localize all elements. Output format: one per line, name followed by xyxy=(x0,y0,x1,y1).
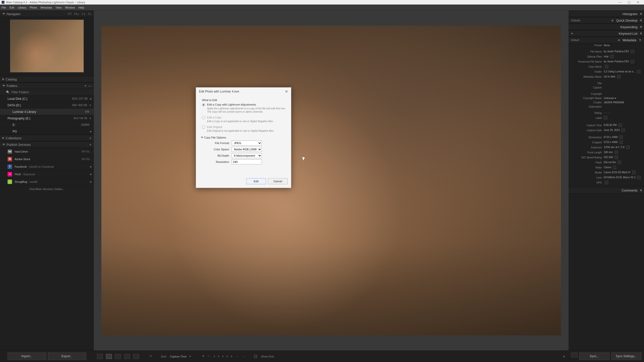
window-minimize-button[interactable]: — xyxy=(615,1,624,4)
grid-view-button[interactable] xyxy=(97,354,103,359)
metadata-value[interactable]: xmp xyxy=(604,55,641,58)
metadata-value[interactable] xyxy=(604,181,641,184)
action-icon[interactable] xyxy=(618,161,621,164)
menu-view[interactable]: View xyxy=(56,6,62,9)
bit-depth-select[interactable]: 8 bits/component xyxy=(232,153,262,158)
flag-picked-icon[interactable]: ⚑ xyxy=(202,355,205,358)
metadata-value[interactable]: ISO 500 xyxy=(604,156,641,159)
metadata-value[interactable]: by Javier Pardina.CR2 xyxy=(604,50,641,53)
metadata-value[interactable]: JAVIER PARDINA xyxy=(604,101,641,104)
menu-edit[interactable]: Edit xyxy=(10,6,14,9)
action-icon[interactable] xyxy=(615,156,618,159)
folder-row[interactable]: DATA (D:) 640 / 932 GB ▼ xyxy=(0,102,94,109)
action-icon[interactable] xyxy=(605,181,608,184)
metadata-value[interactable] xyxy=(604,65,641,68)
folders-header[interactable]: Folders + — xyxy=(0,82,94,89)
metadata-value[interactable]: Canon EOS 5D Mark IV xyxy=(604,171,641,174)
metadata-value[interactable]: June 26, 2019 xyxy=(604,128,641,132)
people-view-button[interactable] xyxy=(133,354,139,359)
action-icon[interactable] xyxy=(626,146,630,149)
resolution-input[interactable] xyxy=(232,159,262,164)
color-label-swatch[interactable] xyxy=(604,116,607,119)
folder-row[interactable]: Photography (E:) 34.9 / 64 TB ▼ xyxy=(0,115,94,122)
folder-row[interactable]: Luminar 4 Library 596 xyxy=(0,109,94,115)
setup-link[interactable]: Set Up... xyxy=(82,158,91,160)
radio-edit-original[interactable]: Edit Original xyxy=(202,125,286,129)
action-icon[interactable] xyxy=(631,50,634,53)
metadata-value[interactable]: Canon xyxy=(604,166,641,169)
folders-menu-button[interactable]: — xyxy=(88,84,91,88)
sort-value[interactable]: Capture Time xyxy=(170,355,186,358)
copy-file-options-toggle[interactable]: Copy File Options xyxy=(201,136,286,139)
folder-row[interactable]: Local Disk (C:) 63.8 / 237 GB ◀ xyxy=(0,96,94,102)
metadata-value[interactable]: Up to date xyxy=(604,75,641,78)
sync-button[interactable]: Sync... xyxy=(579,352,610,360)
action-icon[interactable] xyxy=(613,166,616,169)
publish-service-row[interactable]: St Adobe Stock Set Up... xyxy=(0,155,94,163)
survey-view-button[interactable] xyxy=(124,354,130,359)
action-icon[interactable] xyxy=(632,171,636,174)
sync-toggle[interactable] xyxy=(571,352,578,357)
folder-row[interactable]: E: 150589 xyxy=(0,122,94,128)
window-close-button[interactable]: ✕ xyxy=(633,1,642,4)
publish-service-row[interactable]: ⌣ SmugMug : vanelli ◀ xyxy=(0,178,94,186)
rating-value[interactable]: · · · · · xyxy=(604,112,641,114)
sync-settings-button[interactable]: Sync Settings... xyxy=(611,352,641,360)
metadata-value[interactable]: 6:00:30 PM xyxy=(604,123,641,127)
color-space-select[interactable]: Adobe RGB (1998) xyxy=(232,147,262,152)
metadata-value[interactable]: 5.2 Using Luminar as an e... xyxy=(604,70,641,73)
collections-header[interactable]: Collections + xyxy=(0,135,94,141)
publish-header[interactable]: Publish Services + xyxy=(0,141,94,148)
chevron-down-icon[interactable]: ▾ xyxy=(189,355,191,358)
metadata-value[interactable]: EF100mm f/2.8L Macro IS U xyxy=(604,176,641,179)
action-icon[interactable] xyxy=(619,135,623,139)
file-format-select[interactable]: JPEG xyxy=(232,141,262,146)
menu-photo[interactable]: Photo xyxy=(30,6,37,9)
navigator-thumbnail[interactable] xyxy=(10,20,84,72)
action-icon[interactable] xyxy=(637,176,641,179)
window-maximize-button[interactable]: ▢ xyxy=(624,1,633,4)
add-collection-button[interactable]: + xyxy=(89,136,91,140)
cancel-button[interactable]: Cancel xyxy=(268,178,288,184)
action-icon[interactable] xyxy=(631,60,634,63)
close-icon[interactable]: ✕ xyxy=(285,89,288,94)
publish-service-row[interactable]: •• Flickr : Exposure ◀ xyxy=(0,170,94,178)
edit-button[interactable]: Edit xyxy=(246,178,266,184)
navigator-3-1[interactable]: 3:1 xyxy=(88,13,91,15)
action-icon[interactable] xyxy=(617,75,621,78)
add-publish-button[interactable]: + xyxy=(89,143,91,147)
metadata-value[interactable]: Unknown ▾ xyxy=(604,97,641,100)
action-icon[interactable] xyxy=(618,123,622,127)
publish-service-row[interactable]: f Facebook : Vanelli on Facebook ◀ xyxy=(0,163,94,170)
navigator-fit[interactable]: FIT xyxy=(68,13,72,15)
image-area[interactable]: Edit Photo with Luminar 4.exe ✕ What to … xyxy=(94,11,569,350)
folder-row[interactable]: PG ◀ xyxy=(0,128,94,135)
dialog-title-bar[interactable]: Edit Photo with Luminar 4.exe ✕ xyxy=(196,87,291,96)
compare-view-button[interactable] xyxy=(115,354,121,359)
metadata-value[interactable]: 1/250 sec at f / 2.8 xyxy=(604,146,641,149)
metadata-header[interactable]: Default ▣ Metadata ▼ xyxy=(569,37,644,43)
metadata-value[interactable]: None xyxy=(604,44,641,47)
action-icon[interactable] xyxy=(637,70,640,73)
prev-photo-button[interactable]: ← xyxy=(236,355,239,358)
action-icon[interactable] xyxy=(610,55,614,58)
show-grid-checkbox[interactable] xyxy=(254,355,257,358)
find-more-services[interactable]: Find More Services Online... xyxy=(0,186,94,193)
radio-edit-copy[interactable]: Edit a Copy xyxy=(202,116,286,119)
menu-help[interactable]: Help xyxy=(78,6,84,9)
publish-service-row[interactable]: hd Hard Drive Set Up... xyxy=(0,148,94,155)
metadata-value[interactable]: 6720 x 4480 xyxy=(604,141,641,144)
navigator-fill[interactable]: FILL xyxy=(74,13,79,15)
menu-library[interactable]: Library xyxy=(18,6,26,9)
next-photo-button[interactable]: → xyxy=(242,355,245,358)
filter-folders-input[interactable]: 🔍 Filter Folders xyxy=(0,89,94,96)
metadata-value[interactable]: by Javier Pardina.CR2 xyxy=(604,60,641,63)
add-keyword-button[interactable]: + xyxy=(571,31,573,35)
navigator-1-1[interactable]: 1:1 xyxy=(82,13,85,15)
keywording-header[interactable]: Keywording xyxy=(569,24,644,30)
flag-rejected-icon[interactable]: ⚐ xyxy=(208,355,210,358)
metadata-mode-dropdown[interactable]: Default xyxy=(571,39,579,41)
quick-develop-header[interactable]: Defaults ▣ Quick Develop xyxy=(569,17,644,24)
rating-stars[interactable]: ★ ★ ★ ★ ★ xyxy=(213,355,233,358)
histogram-header[interactable]: Histogram xyxy=(569,11,644,17)
